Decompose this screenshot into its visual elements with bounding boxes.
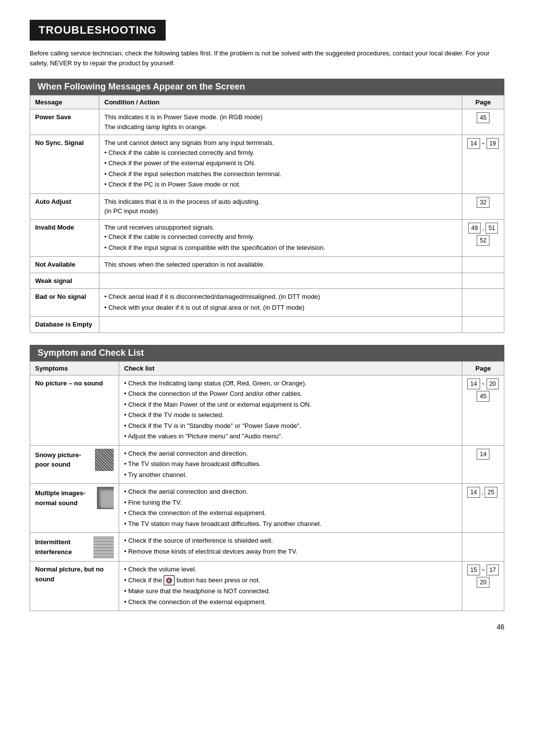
messages-col-page: Page <box>462 95 504 109</box>
messages-section: When Following Messages Appear on the Sc… <box>30 79 504 333</box>
symptom-label: Intermittent interference <box>30 533 119 562</box>
row-condition: This shows when the selected operation i… <box>99 257 462 273</box>
table-row: Auto Adjust This indicates that it is in… <box>30 193 504 219</box>
symptom-label: Snowy picture-poor sound <box>30 445 119 484</box>
troubleshooting-section: TROUBLESHOOTING Before calling service t… <box>30 20 504 631</box>
symptom-text: Intermittent interference <box>35 537 89 557</box>
tilde: ~ <box>482 566 485 574</box>
row-message: Database is Empty <box>30 317 99 333</box>
symptom-text: Snowy picture-poor sound <box>35 450 91 470</box>
page-box: 52 <box>477 235 489 246</box>
symptom-page: 14 ~ 20 45 <box>462 375 504 445</box>
table-row: Bad or No signal Check aerial lead if it… <box>30 289 504 317</box>
messages-section-header: When Following Messages Appear on the Sc… <box>30 79 504 95</box>
symptom-checklist: Check the aerial connection and directio… <box>119 445 462 484</box>
table-row: Intermittent interference Check if the s… <box>30 533 504 562</box>
row-message: Auto Adjust <box>30 193 99 219</box>
table-row: Normal picture, but no sound Check the v… <box>30 562 504 611</box>
symptom-page: 14 , 25 <box>462 484 504 533</box>
table-row: Weak signal <box>30 273 504 289</box>
row-page: 32 <box>462 193 504 219</box>
table-row: No Sync. Signal The unit cannot detect a… <box>30 135 504 194</box>
symptom-label: No picture – no sound <box>30 375 119 445</box>
row-page: 45 <box>462 109 504 135</box>
symptom-col-page: Page <box>462 361 504 375</box>
page-box: 20 <box>487 378 499 389</box>
symptom-checklist: Check the volume level. Check if the 🔇 b… <box>119 562 462 611</box>
row-message: Weak signal <box>30 273 99 289</box>
symptom-text: Multiple images-normal sound <box>35 488 93 508</box>
page-box: 45 <box>477 391 489 402</box>
symptom-section: Symptom and Check List Symptoms Check li… <box>30 345 504 612</box>
row-message: No Sync. Signal <box>30 135 99 194</box>
row-condition: This indicates it is in Power Save mode.… <box>99 109 462 135</box>
table-row: Database is Empty <box>30 317 504 333</box>
mute-icon: 🔇 <box>164 575 175 586</box>
table-row: Invalid Mode The unit receives unsupport… <box>30 219 504 257</box>
multiple-images-image <box>97 487 114 509</box>
row-condition: The unit cannot detect any signals from … <box>99 135 462 194</box>
symptom-col-symptoms: Symptoms <box>30 361 119 375</box>
symptom-page: 14 <box>462 445 504 484</box>
messages-col-condition: Condition / Action <box>99 95 462 109</box>
messages-col-message: Message <box>30 95 99 109</box>
page-box: 17 <box>487 565 499 575</box>
table-row: Snowy picture-poor sound Check the aeria… <box>30 445 504 484</box>
symptom-page: 15 ~ 17 20 <box>462 562 504 611</box>
comma: , <box>482 487 484 497</box>
row-message: Bad or No signal <box>30 289 99 317</box>
page-box: 45 <box>477 112 489 123</box>
comma: , <box>482 223 484 233</box>
page-box: 19 <box>487 138 499 149</box>
page-box: 25 <box>485 487 497 498</box>
page-footer: 46 <box>30 623 504 631</box>
row-page <box>462 257 504 273</box>
row-condition: Check aerial lead if it is disconnected/… <box>99 289 462 317</box>
page-box: 20 <box>477 577 489 588</box>
snowy-picture-image <box>95 449 114 471</box>
symptom-checklist: Check the aerial connection and directio… <box>119 484 462 533</box>
intro-text: Before calling service technician, check… <box>30 48 504 68</box>
row-message: Invalid Mode <box>30 219 99 257</box>
page-box: 14 <box>467 138 480 149</box>
messages-table: Message Condition / Action Page Power Sa… <box>30 95 504 333</box>
page-box: 32 <box>477 197 489 208</box>
table-row: Multiple images-normal sound Check the a… <box>30 484 504 533</box>
row-page <box>462 273 504 289</box>
tilde: ~ <box>482 379 485 388</box>
troubleshooting-header: TROUBLESHOOTING <box>30 20 166 41</box>
symptom-page <box>462 533 504 562</box>
row-condition <box>99 273 462 289</box>
interference-image <box>93 536 114 558</box>
row-page <box>462 289 504 317</box>
row-message: Power Save <box>30 109 99 135</box>
row-condition: This indicates that it is in the process… <box>99 193 462 219</box>
page-box: 14 <box>477 449 489 460</box>
page-box: 49 <box>468 223 481 234</box>
page-box: 14 <box>467 378 480 389</box>
symptom-label: Normal picture, but no sound <box>30 562 119 611</box>
row-condition: The unit receives unsupported signals. C… <box>99 219 462 257</box>
table-row: No picture – no sound Check the Indicati… <box>30 375 504 445</box>
table-row: Power Save This indicates it is in Power… <box>30 109 504 135</box>
page-box: 51 <box>486 223 498 234</box>
page-number: 46 <box>496 623 504 631</box>
page-box: 14 <box>467 487 480 498</box>
row-condition <box>99 317 462 333</box>
tilde: ~ <box>482 139 485 148</box>
row-page <box>462 317 504 333</box>
row-message: Not Available <box>30 257 99 273</box>
symptom-table: Symptoms Check list Page No picture – no… <box>30 361 504 612</box>
table-row: Not Available This shows when the select… <box>30 257 504 273</box>
symptom-section-header: Symptom and Check List <box>30 345 504 361</box>
symptom-label: Multiple images-normal sound <box>30 484 119 533</box>
row-page: 49 , 51 52 <box>462 219 504 257</box>
symptom-checklist: Check the Indicating lamp status (Off, R… <box>119 375 462 445</box>
page-box: 15 <box>467 565 480 575</box>
symptom-checklist: Check if the source of interference is s… <box>119 533 462 562</box>
row-page: 14 ~ 19 <box>462 135 504 194</box>
symptom-col-checklist: Check list <box>119 361 462 375</box>
